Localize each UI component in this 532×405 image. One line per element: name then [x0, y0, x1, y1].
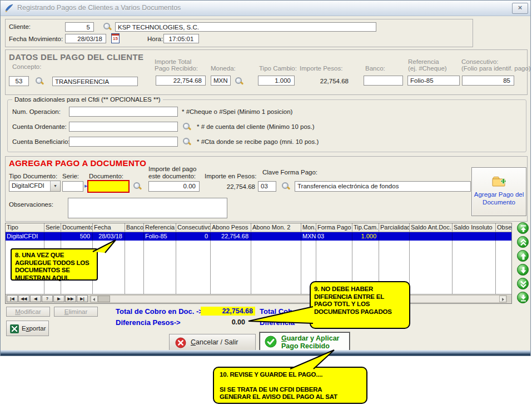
nav-first-button[interactable]: |◀ — [7, 295, 18, 302]
page-up-button[interactable] — [517, 236, 529, 248]
cfdi-fieldset: Datos adicionales para el Cfdi (** OPCIO… — [7, 99, 526, 152]
cancelar-button[interactable]: Cancelar / Salir — [169, 334, 256, 351]
grid-hscrollbar[interactable] — [90, 295, 507, 303]
concepto-desc-field[interactable]: TRANSFERENCIA — [52, 77, 138, 86]
nav-prev-button[interactable]: ◀ — [30, 295, 41, 302]
nav-help-button[interactable]: ? — [42, 295, 53, 302]
diferencia-value: 0.00 — [215, 318, 245, 326]
clave-code-field[interactable]: 03 — [258, 181, 276, 192]
callout-8: 8. UNA VEZ QUEAGRUEGUE TODOS LOS DOCUMEN… — [11, 248, 98, 281]
importe-doc-field[interactable]: 0.00 — [148, 181, 200, 192]
cell-serie — [44, 232, 61, 241]
concepto-code-field[interactable]: 53 — [9, 76, 29, 86]
cfdi-legend: Datos adicionales para el Cfdi (** OPCIO… — [12, 96, 163, 103]
cta-beneficiario-hint: * #Cta donde se recibe pago (mni. 10 pos… — [197, 138, 319, 145]
nav-fast-prev-button[interactable]: ◀◀ — [18, 295, 29, 302]
callout-10: 10. REVISE Y GUARDE EL PAGO.... SI SE TR… — [213, 367, 367, 404]
cell-documento: 500 — [61, 232, 93, 241]
check-icon — [265, 336, 277, 348]
consecutivo-label-2: (Folio para identif. pago) — [461, 65, 531, 72]
col-abono-pesos: Abono Pesos — [211, 223, 251, 232]
concepto-search-icon[interactable] — [36, 77, 44, 86]
tipo-documento-select[interactable]: DigitalCFDI ▼ — [9, 181, 61, 192]
window-title: Registrando Pagos de Clientes a Varios D… — [17, 4, 181, 12]
move-bottom-button[interactable] — [517, 292, 529, 303]
scroll-right-icon[interactable] — [499, 296, 506, 302]
cliente-id-field[interactable]: 5 — [65, 22, 94, 32]
moneda-field[interactable]: MXN — [211, 76, 231, 86]
col-referencia: Referencia — [144, 223, 176, 232]
importe-en-pesos-label: Importe en Pesos: — [205, 173, 256, 179]
move-top-button[interactable] — [517, 222, 529, 234]
nav-last-button[interactable]: ▶| — [77, 295, 88, 302]
total-doc-label: Total de Cobro en Doc. -> — [116, 307, 203, 316]
page-down-button[interactable] — [517, 278, 529, 289]
client-header-panel: Cliente: 5 KSP TECHNOLOGIES, S.C. Fecha … — [5, 19, 473, 47]
referencia-label-2: (ej. #Cheque) — [408, 65, 447, 72]
fecha-field[interactable]: 28/03/18 — [65, 34, 106, 43]
nav-next-button[interactable]: ▶ — [53, 295, 64, 302]
cta-beneficiario-search-icon[interactable] — [183, 138, 191, 146]
eliminar-button[interactable]: Eliminar — [54, 307, 98, 317]
cliente-label: Cliente: — [9, 23, 31, 30]
cliente-search-icon[interactable] — [103, 23, 112, 31]
grid-header-row: Tipo Serie Documento Fecha Banco Referen… — [6, 223, 511, 232]
cell-referencia: Folio-85 — [144, 232, 176, 241]
screenshot-canvas: Registrando Pagos de Clientes a Varios D… — [0, 0, 532, 405]
num-operacion-field[interactable] — [69, 107, 178, 117]
documento-search-icon[interactable] — [133, 182, 142, 191]
agregar-pago-title: AGREGAR PAGO A DOCUMENTO — [9, 158, 146, 168]
nav-fast-next-button[interactable]: ▶▶ — [65, 295, 76, 302]
cta-ordenante-search-icon[interactable] — [183, 123, 191, 131]
consecutivo-label-1: Consecutivo: — [461, 58, 498, 65]
importe-en-pesos-value: 22,754.68 — [220, 183, 255, 190]
documento-label: Documento: — [89, 173, 123, 179]
callout-9: 9. NO DEBE HABERDIFERENCIA ENTRE EL PAGO… — [310, 281, 410, 329]
cta-beneficiario-field[interactable] — [69, 137, 178, 147]
scrollbar-thumb[interactable] — [98, 296, 110, 302]
move-up-button[interactable] — [517, 250, 529, 262]
cell-abono-pesos: 22,754.68 — [211, 232, 251, 241]
tipo-cambio-label: Tipo Cambio: — [259, 65, 297, 72]
modificar-button[interactable]: Modificar — [6, 307, 50, 317]
col-forma-pago: Forma Pago — [316, 223, 352, 232]
calendar-icon[interactable] — [111, 33, 120, 43]
observaciones-field[interactable] — [68, 198, 227, 218]
scroll-left-icon[interactable] — [91, 296, 98, 302]
clave-desc-field[interactable]: Transferencia electrónica de fondos — [295, 181, 471, 192]
exportar-button[interactable]: Exportar — [6, 321, 49, 336]
cliente-name-field[interactable]: KSP TECHNOLOGIES, S.C. — [115, 22, 376, 32]
cta-ordenante-hint: * # de cuenta del cliente (Minimo 10 pos… — [197, 123, 315, 130]
consecutivo-field[interactable]: 85 — [462, 76, 514, 86]
moneda-label: Moneda: — [211, 65, 236, 72]
col-parcialidad: Parcialidad — [379, 223, 410, 232]
datos-pago-panel: DATOS DEL PAGO DEL CLIENTE Concepto: 53 … — [5, 49, 528, 95]
banco-field[interactable] — [364, 76, 403, 86]
documento-field[interactable] — [87, 180, 130, 193]
agregar-pago-panel: AGREGAR PAGO A DOCUMENTO Tipo Documento:… — [5, 156, 528, 222]
hora-field[interactable]: 17:05:01 — [163, 34, 199, 43]
tipo-documento-label: Tipo Documento: — [9, 173, 57, 179]
move-down-button[interactable] — [517, 264, 529, 276]
chevron-down-icon[interactable]: ▼ — [50, 181, 60, 191]
serie-field[interactable] — [62, 181, 83, 192]
tipo-cambio-field[interactable]: 1.000 — [258, 76, 295, 86]
agregar-pago-documento-button[interactable]: Agregar Pago del Documento — [471, 167, 526, 216]
clave-search-icon[interactable] — [282, 182, 290, 191]
cell-obs — [496, 232, 511, 241]
referencia-field[interactable]: Folio-85 — [407, 76, 460, 86]
grid-selected-row[interactable]: DigitalCFDI 500 28/03/18 Folio-85 0 22,7… — [6, 232, 511, 241]
importe-total-field[interactable]: 22,754.68 — [156, 76, 206, 86]
concepto-label: Concepto: — [12, 63, 41, 70]
moneda-search-icon[interactable] — [235, 77, 243, 86]
cta-ordenante-field[interactable] — [69, 122, 178, 132]
cell-banco — [125, 232, 144, 241]
agregar-button-label-2: Documento — [472, 198, 526, 206]
close-button[interactable]: × — [512, 3, 528, 14]
titlebar[interactable]: Registrando Pagos de Clientes a Varios D… — [1, 1, 530, 16]
agregar-button-label-1: Agregar Pago del — [472, 191, 526, 198]
num-operacion-label: Num. Operacion: — [12, 108, 61, 115]
app-window: Registrando Pagos de Clientes a Varios D… — [0, 0, 531, 356]
cta-ordenante-label: Cuenta Ordenante: — [12, 123, 67, 130]
col-saldo-insoluto: Saldo Insoluto — [453, 223, 496, 232]
